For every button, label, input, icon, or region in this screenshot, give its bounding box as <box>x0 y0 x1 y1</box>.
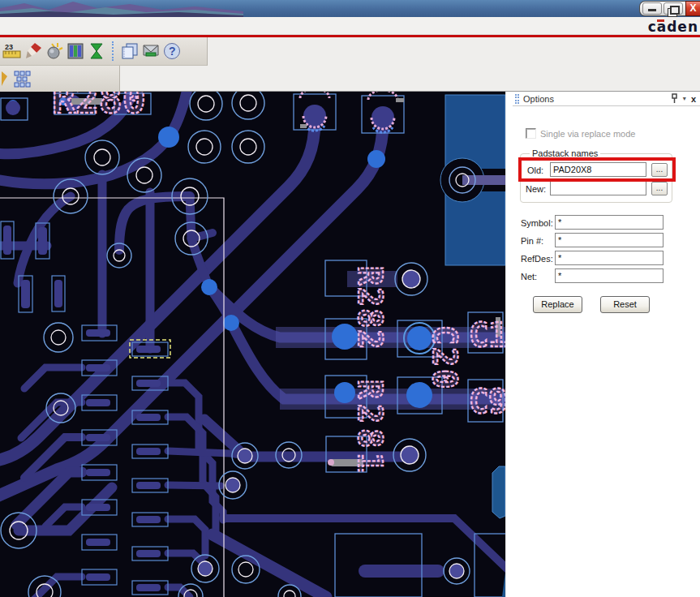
pin-icon[interactable] <box>671 93 678 104</box>
label-c1: C1 <box>469 316 505 354</box>
ruler-icon[interactable]: 23 <box>2 41 23 62</box>
options-header: Options ▾ x <box>513 92 700 106</box>
paintbrush-icon[interactable] <box>23 41 44 62</box>
copper-pour <box>440 95 505 265</box>
new-field[interactable] <box>550 181 646 195</box>
pin-label: Pin #: <box>521 236 543 246</box>
svg-text:23: 23 <box>5 43 13 51</box>
svg-text:?: ? <box>169 45 176 58</box>
mail-icon[interactable] <box>140 41 161 62</box>
toolbar-row-2 <box>0 66 700 92</box>
options-panel: Options ▾ x Single via replace mode Pads… <box>513 92 700 597</box>
panel-grip[interactable] <box>515 94 519 104</box>
refdes-label: RefDes: <box>521 254 553 264</box>
close-panel-icon[interactable]: x <box>691 94 696 104</box>
menu-bar: caden <box>0 17 700 35</box>
shine-icon[interactable] <box>44 41 65 62</box>
pcb-canvas[interactable]: R280 R282 R281 C20 C1 C9 <box>0 92 505 597</box>
single-via-checkbox[interactable] <box>526 128 536 139</box>
hourglass-icon[interactable] <box>86 41 107 62</box>
net-field[interactable]: * <box>555 268 663 283</box>
copper-octagon <box>492 466 505 518</box>
net-label: Net: <box>521 272 537 281</box>
label-c9: C9 <box>469 383 505 420</box>
columns-icon[interactable] <box>65 41 86 62</box>
toolbar-separator <box>112 41 117 61</box>
pad-grid-icon[interactable] <box>11 68 32 89</box>
minimize-button[interactable] <box>642 2 662 15</box>
help-icon[interactable]: ? <box>161 41 183 62</box>
new-label: New: <box>526 184 546 194</box>
label-r280: R280 <box>52 92 146 122</box>
partial-icon[interactable] <box>2 70 8 88</box>
window-button-panel <box>639 1 685 16</box>
symbol-field[interactable]: * <box>555 215 663 230</box>
old-browse-button[interactable]: ... <box>651 163 668 177</box>
title-bar: X <box>0 0 700 17</box>
copy-documents-icon[interactable] <box>119 41 140 62</box>
cadence-logo: caden <box>648 19 698 35</box>
label-r282: R282 <box>351 266 389 350</box>
symbol-label: Symbol: <box>521 218 553 228</box>
toolbar-row-1: 23 ? <box>0 37 700 66</box>
label-r281: R281 <box>351 380 389 477</box>
replace-button[interactable]: Replace <box>533 296 582 313</box>
restore-button[interactable] <box>663 2 683 15</box>
old-label: Old: <box>527 165 543 175</box>
refdes-field[interactable]: * <box>555 251 663 265</box>
padstack-group-label: Padstack names <box>530 148 600 158</box>
new-browse-button[interactable]: ... <box>651 182 668 195</box>
close-button[interactable]: X <box>685 1 700 16</box>
logo-macron <box>657 19 664 22</box>
pin-field[interactable]: * <box>555 233 663 247</box>
panel-splitter[interactable] <box>505 92 513 597</box>
old-field[interactable]: PAD20X8 <box>550 162 646 177</box>
pcb-drawing: R280 R282 R281 C20 C1 C9 <box>0 92 505 597</box>
single-via-label: Single via replace mode <box>540 129 635 139</box>
label-c20: C20 <box>426 325 463 391</box>
options-title: Options <box>523 94 554 104</box>
chevron-down-icon[interactable]: ▾ <box>683 95 686 102</box>
reset-button[interactable]: Reset <box>600 296 650 313</box>
titlebar-decoration <box>0 0 243 17</box>
